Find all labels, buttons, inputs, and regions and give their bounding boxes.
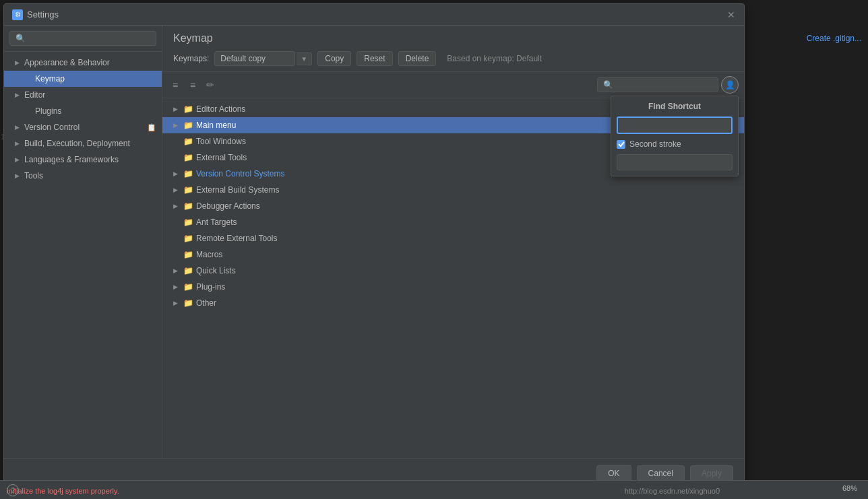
sidebar-item-label-keymap: Keymap	[35, 74, 65, 84]
tree-item-label-remote-external-tools: Remote External Tools	[196, 234, 278, 243]
sidebar-items-list: ▶ Appearance & Behavior Keymap ▶ Editor …	[4, 52, 162, 458]
expand-arrow-version-control: ▶	[15, 124, 22, 131]
folder-icon-macros: 📁	[183, 249, 193, 260]
settings-icon: ⚙	[12, 9, 23, 20]
tree-arrow-editor-actions: ▶	[173, 106, 180, 112]
folder-icon-main-menu: 📁	[183, 120, 193, 131]
tree-item-label-version-control-systems: Version Control Systems	[196, 169, 284, 178]
sidebar-item-label-build: Build, Execution, Deployment	[24, 139, 130, 148]
sidebar-search-input[interactable]	[9, 31, 156, 46]
sidebar-item-languages[interactable]: ▶ Languages & Frameworks	[4, 152, 162, 168]
expand-all-button[interactable]: ≡	[168, 77, 183, 92]
tree-arrow-quick-lists: ▶	[173, 267, 180, 274]
find-shortcut-button[interactable]: 👤	[721, 76, 739, 94]
folder-icon-external-build-systems: 📁	[183, 185, 193, 195]
expand-arrow-tools: ▶	[15, 172, 22, 179]
keymap-title: Keymap	[173, 32, 733, 44]
tree-item-debugger-actions[interactable]: ▶ 📁 Debugger Actions	[162, 198, 744, 214]
tree-search-input[interactable]	[597, 77, 718, 92]
sidebar-item-version-control[interactable]: ▶ Version Control 📋	[4, 119, 162, 135]
title-left: ⚙ Settings	[12, 9, 59, 20]
sidebar-item-label-appearance: Appearance & Behavior	[24, 58, 110, 67]
delete-button[interactable]: Delete	[398, 51, 437, 66]
second-stroke-checkbox[interactable]	[617, 140, 625, 149]
keymap-dropdown-button[interactable]: ▼	[297, 53, 312, 65]
checkmark-icon	[618, 141, 625, 147]
folder-icon-other: 📁	[183, 298, 193, 308]
sidebar-item-label-tools: Tools	[24, 171, 43, 180]
main-content: Keymap Keymaps: Default copy ▼ Copy Rese…	[162, 26, 744, 458]
close-button[interactable]: ✕	[726, 10, 736, 20]
tree-search-area: 👤	[597, 76, 739, 94]
expand-arrow-editor: ▶	[15, 92, 22, 98]
sidebar-item-label-languages: Languages & Frameworks	[24, 155, 119, 164]
sidebar-search-area	[4, 26, 162, 52]
version-control-icon: 📋	[147, 123, 156, 132]
tree-item-other[interactable]: ▶ 📁 Other	[162, 295, 744, 311]
tree-arrow-plug-ins: ▶	[173, 284, 180, 290]
edit-shortcut-button[interactable]: ✏	[203, 77, 218, 92]
tree-arrow-other: ▶	[173, 300, 180, 306]
folder-icon-tool-windows: 📁	[183, 136, 193, 147]
apply-button[interactable]: Apply	[690, 465, 733, 481]
sidebar-item-plugins[interactable]: Plugins	[4, 103, 162, 119]
tree-item-label-other: Other	[196, 298, 216, 308]
folder-icon-plug-ins: 📁	[183, 281, 193, 292]
tree-item-label-quick-lists: Quick Lists	[196, 266, 236, 275]
tree-item-external-build-systems[interactable]: ▶ 📁 External Build Systems	[162, 182, 744, 198]
sidebar-item-label-version-control: Version Control	[24, 123, 80, 132]
folder-icon-editor-actions: 📁	[183, 104, 193, 114]
create-gitignore-link[interactable]: Create .gitign...	[807, 34, 861, 43]
sidebar-item-label-editor: Editor	[24, 90, 45, 100]
sidebar-item-appearance[interactable]: ▶ Appearance & Behavior	[4, 55, 162, 71]
settings-dialog: ⚙ Settings ✕ ▶ Appearance & Behavior Key…	[3, 3, 745, 488]
ok-button[interactable]: OK	[596, 465, 631, 481]
folder-icon-version-control-systems: 📁	[183, 168, 193, 179]
based-on-text: Based on keymap: Default	[447, 54, 542, 63]
reset-button[interactable]: Reset	[356, 51, 392, 66]
dialog-title: Settings	[27, 9, 59, 20]
expand-arrow-languages: ▶	[15, 156, 22, 163]
tree-item-label-main-menu: Main menu	[196, 121, 236, 130]
status-log-text: initialize the log4j system properly.	[7, 487, 119, 495]
sidebar-item-label-plugins: Plugins	[35, 106, 61, 116]
tree-arrow-main-menu: ▶	[173, 122, 180, 129]
dialog-titlebar: ⚙ Settings ✕	[4, 4, 744, 26]
second-stroke-label: Second stroke	[629, 139, 681, 149]
sidebar-item-keymap[interactable]: Keymap	[4, 71, 162, 87]
tree-item-remote-external-tools[interactable]: 📁 Remote External Tools	[162, 230, 744, 246]
keymap-select-container: Default copy ▼	[214, 51, 312, 66]
cancel-button[interactable]: Cancel	[637, 465, 685, 481]
keymap-header: Keymap Keymaps: Default copy ▼ Copy Rese…	[162, 26, 744, 72]
tree-item-ant-targets[interactable]: 📁 Ant Targets	[162, 214, 744, 230]
folder-icon-debugger-actions: 📁	[183, 201, 193, 211]
collapse-all-button[interactable]: ≡	[185, 77, 200, 92]
tree-item-label-ant-targets: Ant Targets	[196, 218, 237, 227]
sidebar-item-tools[interactable]: ▶ Tools	[4, 168, 162, 184]
sidebar-item-editor[interactable]: ▶ Editor	[4, 87, 162, 103]
tree-arrow-version-control-systems: ▶	[173, 170, 180, 177]
keymaps-label: Keymaps:	[173, 54, 209, 63]
tree-item-label-macros: Macros	[196, 250, 222, 259]
folder-icon-remote-external-tools: 📁	[183, 233, 193, 244]
folder-icon-quick-lists: 📁	[183, 265, 193, 276]
keymap-select-box[interactable]: Default copy	[214, 51, 295, 66]
second-stroke-input[interactable]	[617, 154, 733, 170]
find-shortcut-popup: Find Shortcut Second stroke	[611, 96, 739, 176]
second-stroke-row: Second stroke	[617, 139, 733, 149]
expand-arrow-build: ▶	[15, 140, 22, 147]
tree-item-quick-lists[interactable]: ▶ 📁 Quick Lists	[162, 263, 744, 279]
tree-item-plug-ins[interactable]: ▶ 📁 Plug-ins	[162, 279, 744, 295]
keymap-toolbar: Keymaps: Default copy ▼ Copy Reset Delet…	[173, 51, 733, 66]
sidebar-item-build[interactable]: ▶ Build, Execution, Deployment	[4, 135, 162, 152]
find-shortcut-input[interactable]	[617, 117, 733, 134]
expand-arrow-appearance: ▶	[15, 59, 22, 66]
copy-button[interactable]: Copy	[317, 51, 351, 66]
tree-item-label-debugger-actions: Debugger Actions	[196, 201, 260, 211]
folder-icon-external-tools: 📁	[183, 152, 193, 163]
find-shortcut-title: Find Shortcut	[617, 102, 733, 111]
tree-item-label-external-build-systems: External Build Systems	[196, 185, 279, 195]
tree-item-macros[interactable]: 📁 Macros	[162, 246, 744, 263]
tree-item-label-external-tools: External Tools	[196, 153, 247, 162]
percent-badge: 68%	[838, 483, 861, 494]
